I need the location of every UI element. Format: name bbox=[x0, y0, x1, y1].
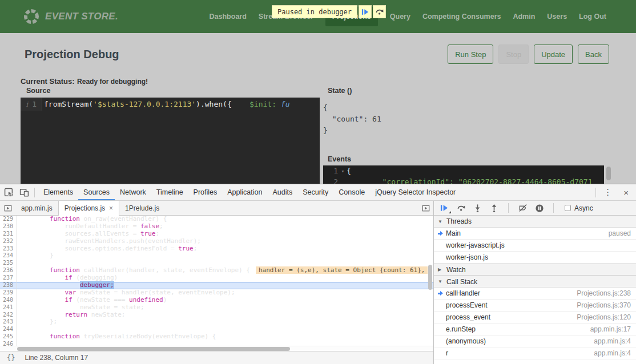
code-line[interactable]: 245 function tryDeserializeBody(eventEnv… bbox=[0, 333, 433, 341]
events-scrollbar-thumb[interactable] bbox=[606, 167, 611, 180]
device-toolbar-icon bbox=[19, 188, 29, 197]
line-number-gutter[interactable]: 230 bbox=[0, 223, 17, 230]
close-tab-icon[interactable]: × bbox=[109, 204, 113, 212]
code-token-p: (newState === bbox=[73, 296, 129, 304]
step-into-icon bbox=[473, 204, 482, 212]
line-number-gutter[interactable]: 245 bbox=[0, 333, 17, 341]
inspect-element-button[interactable] bbox=[1, 185, 17, 200]
async-checkbox-wrap[interactable]: Async bbox=[565, 204, 593, 212]
call-stack-frame-anonymous-meta: app.min.js:4 bbox=[589, 337, 631, 345]
file-tab-label: Projections.js bbox=[65, 204, 105, 212]
line-number-gutter[interactable]: 234 bbox=[0, 252, 17, 260]
call-stack-frame-r-label: r bbox=[446, 349, 448, 357]
devtools-tab-profiles[interactable]: Profiles bbox=[188, 184, 223, 200]
devtools-menu-button[interactable]: ⋮ bbox=[598, 187, 617, 197]
watch-section-header-title: Watch bbox=[446, 266, 466, 274]
resume-script-button[interactable] bbox=[440, 203, 449, 213]
toggle-device-toolbar-button[interactable] bbox=[17, 185, 32, 200]
line-number-gutter[interactable]: 237 bbox=[0, 274, 17, 282]
code-line[interactable]: 234 } bbox=[0, 252, 433, 260]
line-number-gutter[interactable]: 229 bbox=[0, 216, 17, 223]
code-line[interactable]: 243 }; bbox=[0, 318, 433, 326]
call-stack-frame-callhandler[interactable]: callHandlerProjections.js:238 bbox=[434, 288, 636, 300]
show-drawer-button[interactable] bbox=[418, 201, 433, 215]
line-number-gutter[interactable]: 231 bbox=[0, 230, 17, 238]
step-into-button[interactable] bbox=[473, 203, 482, 213]
async-checkbox[interactable] bbox=[565, 205, 571, 211]
thread-row-worker-json-js-label: worker-json.js bbox=[446, 253, 488, 261]
step-out-button[interactable] bbox=[489, 203, 499, 213]
devtools-tab-timeline[interactable]: Timeline bbox=[151, 184, 188, 200]
code-vertical-scrollbar-thumb[interactable] bbox=[428, 265, 432, 290]
code-horizontal-scrollbar-thumb[interactable] bbox=[17, 347, 290, 351]
call-stack-frame-partial[interactable] bbox=[434, 359, 636, 364]
line-number-gutter[interactable]: 240 bbox=[0, 297, 17, 304]
line-number-gutter[interactable]: 232 bbox=[0, 238, 17, 245]
code-token-sel: debugger; bbox=[80, 281, 114, 289]
step-over-button[interactable] bbox=[456, 203, 466, 213]
events-editor[interactable]: 1▾{2 "correlationId": "06202702-8827-446… bbox=[323, 165, 604, 184]
event-store-page: EVENT STORE. DashboardStream BrowserProj… bbox=[0, 0, 636, 184]
line-number-gutter[interactable]: 243 bbox=[0, 318, 17, 326]
line-number-gutter[interactable]: 241 bbox=[0, 304, 17, 312]
call-stack-frame-processevent[interactable]: processEventProjections.js:370 bbox=[434, 300, 636, 312]
call-stack-frame-r[interactable]: rapp.min.js:4 bbox=[434, 347, 636, 359]
line-number-gutter[interactable]: 246 bbox=[0, 341, 17, 346]
source-editor[interactable]: i1 fromStream('$stats-127.0.0.1:2113').w… bbox=[21, 98, 320, 184]
brand-text: EVENT STORE. bbox=[45, 11, 118, 22]
call-stack-frame-process-event[interactable]: process_eventProjections.js:120 bbox=[434, 312, 636, 323]
toolbar-separator bbox=[553, 203, 554, 213]
thread-row-worker-json-js[interactable]: worker-json.js bbox=[434, 252, 636, 264]
devtools-tab-sources[interactable]: Sources bbox=[78, 184, 115, 200]
devtools-tab-elements[interactable]: Elements bbox=[38, 184, 78, 200]
code-token-p bbox=[19, 289, 65, 296]
devtools-tab-security[interactable]: Security bbox=[297, 184, 333, 200]
deactivate-breakpoints-button[interactable] bbox=[518, 203, 528, 213]
thread-row-worker-javascript-js[interactable]: worker-javascript.js bbox=[434, 240, 636, 252]
code-token-p: (debugging) bbox=[73, 274, 118, 281]
code-token-p bbox=[276, 100, 281, 108]
line-number-gutter[interactable]: 233 bbox=[0, 245, 17, 253]
watch-section-header[interactable]: ▶Watch bbox=[434, 264, 636, 276]
line-number-gutter[interactable]: 244 bbox=[0, 326, 17, 333]
brand[interactable]: EVENT STORE. bbox=[23, 8, 118, 25]
file-tab-1prelude-js[interactable]: 1Prelude.js bbox=[119, 201, 165, 215]
devtools-tab-jquery-selector-inspector[interactable]: jQuery Selector Inspector bbox=[370, 184, 461, 200]
devtools-tab-network[interactable]: Network bbox=[115, 184, 151, 200]
code-horizontal-scrollbar[interactable] bbox=[0, 346, 433, 351]
devtools-tab-audits[interactable]: Audits bbox=[267, 184, 297, 200]
thread-row-main[interactable]: Mainpaused bbox=[434, 228, 636, 240]
code-token-kw: var bbox=[65, 289, 76, 296]
file-tab-bar: app.min.jsProjections.js×1Prelude.js bbox=[0, 201, 433, 216]
code-line[interactable]: 233 sources.options.definesFold = true; bbox=[0, 245, 433, 253]
nav-item-dashboard[interactable]: Dashboard bbox=[210, 13, 247, 21]
devtools-tab-console[interactable]: Console bbox=[333, 184, 370, 200]
call-stack-section-header[interactable]: ▼Call Stack bbox=[434, 276, 636, 288]
code-line[interactable]: 242 return newState; bbox=[0, 312, 433, 319]
blue-arrow-icon bbox=[438, 291, 443, 296]
threads-section-header[interactable]: ▼Threads bbox=[434, 216, 636, 228]
pretty-print-button[interactable]: {} bbox=[7, 354, 15, 362]
pause-on-exceptions-button[interactable] bbox=[534, 203, 544, 213]
devtools-tab-application[interactable]: Application bbox=[222, 184, 267, 200]
thread-row-main-label: Main bbox=[446, 229, 461, 237]
fold-caret-icon[interactable]: ▾ bbox=[339, 168, 347, 174]
file-tab-label: app.min.js bbox=[21, 204, 53, 212]
line-number-gutter[interactable]: 242 bbox=[0, 312, 17, 319]
call-stack-frame-e-runstep[interactable]: e.runStepapp.min.js:17 bbox=[434, 323, 636, 335]
devtools-close-button[interactable]: × bbox=[617, 188, 635, 197]
line-number-gutter[interactable]: 236 bbox=[0, 267, 17, 274]
code-editor[interactable]: 229 function on_raw(eventHandler) {230 r… bbox=[0, 216, 433, 346]
resume-script-button[interactable] bbox=[359, 5, 372, 18]
panel-toggle-icon bbox=[4, 204, 12, 212]
call-stack-frame-anonymous[interactable]: (anonymous)app.min.js:4 bbox=[434, 335, 636, 347]
line-number-gutter[interactable]: 238 bbox=[0, 282, 17, 289]
code-line[interactable]: 246 bbox=[0, 341, 433, 346]
line-number-gutter[interactable]: 235 bbox=[0, 260, 17, 267]
file-tab-projections-js[interactable]: Projections.js× bbox=[58, 201, 119, 216]
line-number-gutter[interactable]: 239 bbox=[0, 289, 17, 297]
step-over-button[interactable] bbox=[373, 5, 386, 18]
show-navigator-button[interactable] bbox=[0, 201, 15, 215]
file-tab-app-min-js[interactable]: app.min.js bbox=[15, 201, 58, 215]
paused-in-debugger-banner: Paused in debugger bbox=[272, 5, 386, 18]
